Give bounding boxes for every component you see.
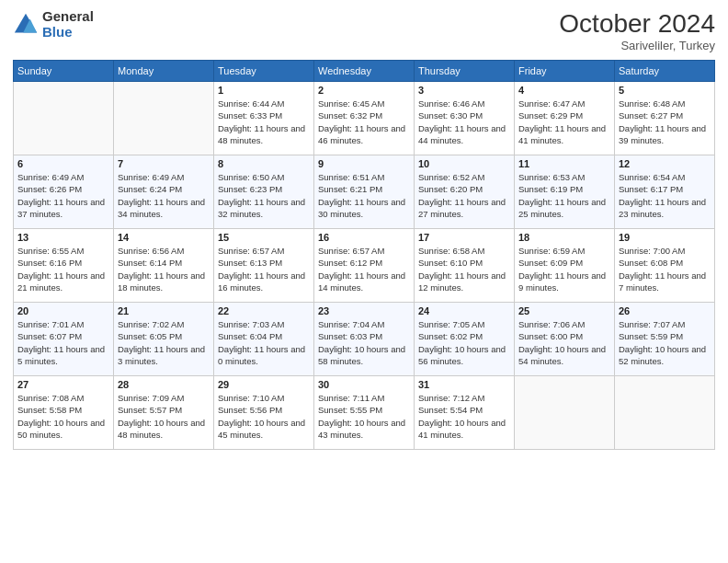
day-info: Sunrise: 7:11 AM Sunset: 5:55 PM Dayligh… xyxy=(318,392,410,441)
day-number: 28 xyxy=(118,379,210,390)
col-thursday: Thursday xyxy=(415,61,515,82)
day-info: Sunrise: 6:56 AM Sunset: 6:14 PM Dayligh… xyxy=(118,245,210,293)
col-saturday: Saturday xyxy=(615,61,715,82)
day-info: Sunrise: 7:03 AM Sunset: 6:04 PM Dayligh… xyxy=(218,318,310,367)
logo-icon xyxy=(13,12,39,38)
day-info: Sunrise: 7:10 AM Sunset: 5:56 PM Dayligh… xyxy=(218,392,310,441)
logo-general: General xyxy=(42,9,94,25)
calendar-cell: 27Sunrise: 7:08 AM Sunset: 5:58 PM Dayli… xyxy=(14,376,114,450)
day-number: 30 xyxy=(318,379,410,390)
day-info: Sunrise: 7:00 AM Sunset: 6:08 PM Dayligh… xyxy=(619,245,711,293)
day-info: Sunrise: 7:08 AM Sunset: 5:58 PM Dayligh… xyxy=(17,392,109,441)
day-number: 6 xyxy=(17,158,109,169)
day-number: 20 xyxy=(17,305,109,316)
calendar-cell: 29Sunrise: 7:10 AM Sunset: 5:56 PM Dayli… xyxy=(214,376,314,450)
calendar-cell: 31Sunrise: 7:12 AM Sunset: 5:54 PM Dayli… xyxy=(415,376,515,450)
calendar-cell: 26Sunrise: 7:07 AM Sunset: 5:59 PM Dayli… xyxy=(615,303,715,376)
day-info: Sunrise: 7:07 AM Sunset: 5:59 PM Dayligh… xyxy=(619,318,711,367)
day-number: 3 xyxy=(418,85,510,96)
day-info: Sunrise: 6:49 AM Sunset: 6:26 PM Dayligh… xyxy=(17,171,109,220)
calendar-cell: 30Sunrise: 7:11 AM Sunset: 5:55 PM Dayli… xyxy=(314,376,415,450)
calendar-cell: 4Sunrise: 6:47 AM Sunset: 6:29 PM Daylig… xyxy=(515,82,615,155)
calendar-cell: 25Sunrise: 7:06 AM Sunset: 6:00 PM Dayli… xyxy=(515,303,615,376)
calendar-cell: 23Sunrise: 7:04 AM Sunset: 6:03 PM Dayli… xyxy=(314,303,415,376)
calendar-cell: 8Sunrise: 6:50 AM Sunset: 6:23 PM Daylig… xyxy=(214,155,314,229)
calendar-cell xyxy=(14,82,114,155)
calendar-cell: 2Sunrise: 6:45 AM Sunset: 6:32 PM Daylig… xyxy=(314,82,415,155)
day-info: Sunrise: 6:45 AM Sunset: 6:32 PM Dayligh… xyxy=(318,98,410,146)
calendar-cell: 13Sunrise: 6:55 AM Sunset: 6:16 PM Dayli… xyxy=(14,229,114,303)
col-monday: Monday xyxy=(114,61,214,82)
calendar-cell: 28Sunrise: 7:09 AM Sunset: 5:57 PM Dayli… xyxy=(114,376,214,450)
day-info: Sunrise: 6:59 AM Sunset: 6:09 PM Dayligh… xyxy=(518,245,610,293)
day-number: 18 xyxy=(518,232,610,243)
header: General Blue October 2024 Sariveliler, T… xyxy=(13,9,715,52)
calendar-cell xyxy=(114,82,214,155)
day-info: Sunrise: 7:04 AM Sunset: 6:03 PM Dayligh… xyxy=(318,318,410,367)
calendar-cell: 20Sunrise: 7:01 AM Sunset: 6:07 PM Dayli… xyxy=(14,303,114,376)
day-number: 7 xyxy=(118,158,210,169)
day-info: Sunrise: 6:57 AM Sunset: 6:12 PM Dayligh… xyxy=(318,245,410,293)
day-number: 16 xyxy=(318,232,410,243)
day-number: 24 xyxy=(418,305,510,316)
day-number: 31 xyxy=(418,379,510,390)
col-tuesday: Tuesday xyxy=(214,61,314,82)
logo: General Blue xyxy=(13,9,94,40)
day-info: Sunrise: 6:46 AM Sunset: 6:30 PM Dayligh… xyxy=(418,98,510,146)
calendar-week-row: 13Sunrise: 6:55 AM Sunset: 6:16 PM Dayli… xyxy=(14,229,715,303)
day-number: 8 xyxy=(218,158,310,169)
calendar-cell: 9Sunrise: 6:51 AM Sunset: 6:21 PM Daylig… xyxy=(314,155,415,229)
calendar-week-row: 20Sunrise: 7:01 AM Sunset: 6:07 PM Dayli… xyxy=(14,303,715,376)
day-number: 19 xyxy=(619,232,711,243)
calendar-cell: 1Sunrise: 6:44 AM Sunset: 6:33 PM Daylig… xyxy=(214,82,314,155)
day-number: 12 xyxy=(619,158,711,169)
day-number: 15 xyxy=(218,232,310,243)
calendar-cell: 19Sunrise: 7:00 AM Sunset: 6:08 PM Dayli… xyxy=(615,229,715,303)
day-info: Sunrise: 7:12 AM Sunset: 5:54 PM Dayligh… xyxy=(418,392,510,441)
day-number: 17 xyxy=(418,232,510,243)
day-info: Sunrise: 6:58 AM Sunset: 6:10 PM Dayligh… xyxy=(418,245,510,293)
calendar-header-row: Sunday Monday Tuesday Wednesday Thursday… xyxy=(14,61,715,82)
page: General Blue October 2024 Sariveliler, T… xyxy=(0,0,728,563)
calendar-cell: 11Sunrise: 6:53 AM Sunset: 6:19 PM Dayli… xyxy=(515,155,615,229)
calendar-cell xyxy=(615,376,715,450)
day-info: Sunrise: 6:53 AM Sunset: 6:19 PM Dayligh… xyxy=(518,171,610,220)
calendar-cell: 21Sunrise: 7:02 AM Sunset: 6:05 PM Dayli… xyxy=(114,303,214,376)
day-info: Sunrise: 6:52 AM Sunset: 6:20 PM Dayligh… xyxy=(418,171,510,220)
day-info: Sunrise: 6:48 AM Sunset: 6:27 PM Dayligh… xyxy=(619,98,711,146)
day-info: Sunrise: 6:51 AM Sunset: 6:21 PM Dayligh… xyxy=(318,171,410,220)
calendar-cell: 22Sunrise: 7:03 AM Sunset: 6:04 PM Dayli… xyxy=(214,303,314,376)
calendar-cell: 7Sunrise: 6:49 AM Sunset: 6:24 PM Daylig… xyxy=(114,155,214,229)
col-sunday: Sunday xyxy=(14,61,114,82)
day-info: Sunrise: 7:09 AM Sunset: 5:57 PM Dayligh… xyxy=(118,392,210,441)
day-number: 1 xyxy=(218,85,310,96)
location: Sariveliler, Turkey xyxy=(559,39,715,52)
calendar-cell: 5Sunrise: 6:48 AM Sunset: 6:27 PM Daylig… xyxy=(615,82,715,155)
calendar-cell: 14Sunrise: 6:56 AM Sunset: 6:14 PM Dayli… xyxy=(114,229,214,303)
col-friday: Friday xyxy=(515,61,615,82)
day-number: 4 xyxy=(518,85,610,96)
day-number: 26 xyxy=(619,305,711,316)
calendar-cell: 16Sunrise: 6:57 AM Sunset: 6:12 PM Dayli… xyxy=(314,229,415,303)
day-info: Sunrise: 6:55 AM Sunset: 6:16 PM Dayligh… xyxy=(17,245,109,293)
calendar-cell: 3Sunrise: 6:46 AM Sunset: 6:30 PM Daylig… xyxy=(415,82,515,155)
calendar-cell: 6Sunrise: 6:49 AM Sunset: 6:26 PM Daylig… xyxy=(14,155,114,229)
day-number: 25 xyxy=(518,305,610,316)
day-info: Sunrise: 7:02 AM Sunset: 6:05 PM Dayligh… xyxy=(118,318,210,367)
calendar-week-row: 27Sunrise: 7:08 AM Sunset: 5:58 PM Dayli… xyxy=(14,376,715,450)
day-number: 11 xyxy=(518,158,610,169)
calendar-cell: 24Sunrise: 7:05 AM Sunset: 6:02 PM Dayli… xyxy=(415,303,515,376)
calendar-cell: 17Sunrise: 6:58 AM Sunset: 6:10 PM Dayli… xyxy=(415,229,515,303)
calendar-cell: 12Sunrise: 6:54 AM Sunset: 6:17 PM Dayli… xyxy=(615,155,715,229)
day-number: 22 xyxy=(218,305,310,316)
day-number: 9 xyxy=(318,158,410,169)
title-block: October 2024 Sariveliler, Turkey xyxy=(559,9,715,52)
day-info: Sunrise: 6:50 AM Sunset: 6:23 PM Dayligh… xyxy=(218,171,310,220)
day-number: 10 xyxy=(418,158,510,169)
calendar-week-row: 1Sunrise: 6:44 AM Sunset: 6:33 PM Daylig… xyxy=(14,82,715,155)
calendar-week-row: 6Sunrise: 6:49 AM Sunset: 6:26 PM Daylig… xyxy=(14,155,715,229)
calendar-cell: 18Sunrise: 6:59 AM Sunset: 6:09 PM Dayli… xyxy=(515,229,615,303)
day-number: 14 xyxy=(118,232,210,243)
logo-blue: Blue xyxy=(42,25,94,40)
calendar-cell: 10Sunrise: 6:52 AM Sunset: 6:20 PM Dayli… xyxy=(415,155,515,229)
